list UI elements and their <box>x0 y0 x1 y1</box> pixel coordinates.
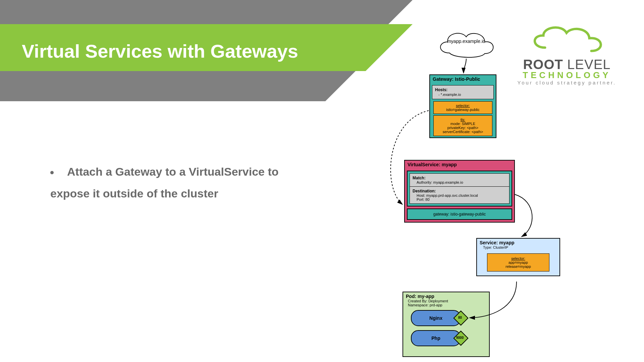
virtualservice-title: VirtualService: myapp <box>405 161 514 169</box>
service-selector-label: selector: <box>511 256 525 260</box>
logo-word-technology: TECHNOLOGY <box>503 70 631 80</box>
service-title: Service: myapp <box>477 239 559 245</box>
logo-word-root: ROOT <box>523 57 563 72</box>
port-label-1: 80 <box>458 316 462 319</box>
vs-gateway-ref: gateway: istio-gateway-public <box>407 208 512 220</box>
gateway-hosts-label: Hosts: <box>435 87 447 92</box>
logo-word-level: LEVEL <box>567 57 611 72</box>
service-selector-app: app=myapp <box>508 260 528 264</box>
service-type: Type: ClusterIP <box>477 245 559 251</box>
bullet-list: Attach a Gateway to a VirtualService to … <box>50 161 319 204</box>
vs-destination: Destination: Host: myapp.prd-app.svc.clu… <box>410 186 509 204</box>
gateway-tls-label: tls: <box>461 118 465 122</box>
gateway-hosts-value: - *.example.io <box>435 93 461 97</box>
vs-dest-port: Port: 80 <box>413 197 506 201</box>
logo-tagline: Your cloud strategy partner. <box>503 80 631 85</box>
gateway-title: Gateway: Istio-Public <box>430 75 496 83</box>
service-selector-release: release=myapp <box>505 264 531 268</box>
gateway-tls: tls: mode: SIMPLE privateKey: <path> ser… <box>433 115 492 136</box>
service-selector: selector: app=myapp release=myapp <box>487 253 549 272</box>
vs-dest-host: Host: myapp.prd-app.svc.cluster.local <box>413 193 506 197</box>
gateway-box: Gateway: Istio-Public Hosts: - *.example… <box>429 74 496 138</box>
gateway-tls-cert: serverCertificate: <path> <box>443 130 483 134</box>
gateway-selector-value: istio=gateway-public <box>446 108 479 112</box>
virtualservice-box: VirtualService: myapp Match: Authority: … <box>404 160 515 223</box>
header-bar-top <box>0 0 413 24</box>
gateway-tls-key: privateKey: <path> <box>447 126 478 130</box>
gateway-hosts: Hosts: - *.example.io <box>432 85 494 99</box>
gateway-tls-mode: mode: SIMPLE <box>450 122 475 126</box>
logo: ROOT LEVEL TECHNOLOGY Your cloud strateg… <box>503 23 631 85</box>
pod-namespace: Namespace: prd-app <box>403 303 489 308</box>
gateway-selector-label: selector: <box>456 104 470 108</box>
cloud-label: myapp.example.io <box>436 39 496 44</box>
logo-cloud-icon <box>525 23 609 54</box>
header-bar-bottom <box>0 71 356 101</box>
virtualservice-rules: Match: Authority: myapp.example.io Desti… <box>407 171 512 206</box>
vs-match: Match: Authority: myapp.example.io <box>410 173 509 186</box>
vs-dest-label: Destination: <box>413 189 436 193</box>
vs-match-label: Match: <box>413 176 426 180</box>
bullet-text: Attach a Gateway to a VirtualService to … <box>50 165 279 200</box>
slide-title: Virtual Services with Gateways <box>22 40 298 62</box>
pod-created: Created By: Deployment <box>403 299 489 303</box>
pod-title: Pod: my-app <box>403 292 489 299</box>
service-box: Service: myapp Type: ClusterIP selector:… <box>476 238 560 276</box>
gateway-selector: selector: istio=gateway-public <box>433 101 492 114</box>
vs-match-value: Authority: myapp.example.io <box>413 180 506 184</box>
port-label-2: 9000 <box>456 336 464 340</box>
bullet-dot <box>50 171 54 174</box>
